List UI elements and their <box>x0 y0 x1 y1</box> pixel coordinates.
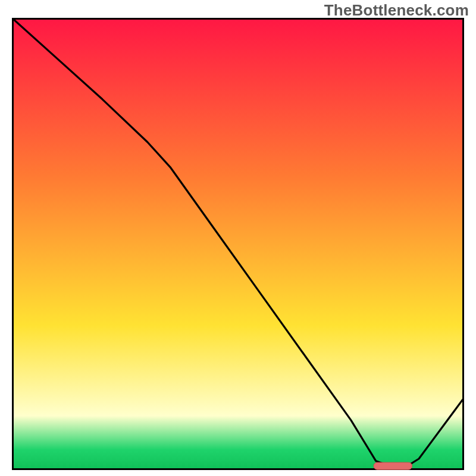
watermark-label: TheBottleneck.com <box>324 1 469 20</box>
chart-root: TheBottleneck.com <box>0 0 476 476</box>
plot-svg <box>12 18 464 470</box>
gradient-background <box>12 18 464 470</box>
plot-area <box>12 18 464 470</box>
optimal-range-marker <box>374 462 412 469</box>
